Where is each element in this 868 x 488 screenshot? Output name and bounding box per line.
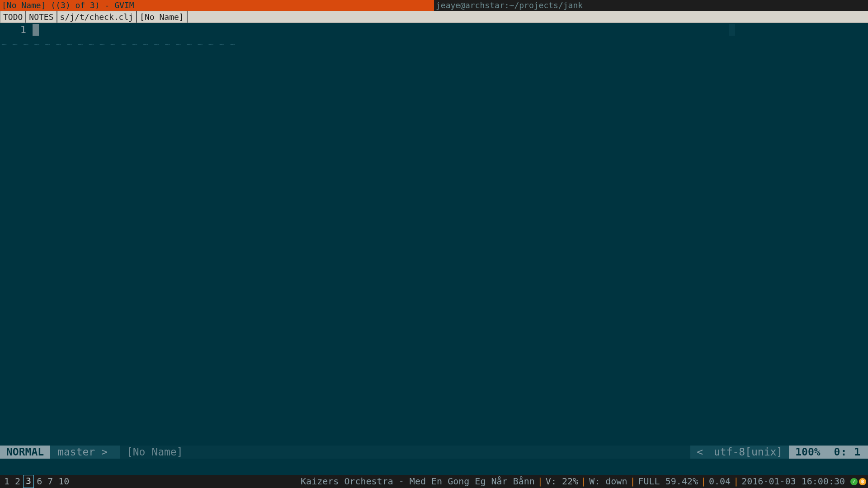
workspace-10[interactable]: 10: [56, 475, 72, 488]
divider-icon: |: [629, 475, 636, 488]
workspace-6[interactable]: 6: [34, 475, 45, 488]
airline-filename: [No Name]: [120, 446, 690, 459]
airline-position: 0: 1: [827, 446, 868, 459]
git-branch: master >: [50, 446, 120, 459]
line-number: 1: [0, 23, 26, 37]
wifi-status: W: down: [587, 475, 629, 488]
bitcoin-icon[interactable]: ฿: [859, 478, 866, 485]
editor[interactable]: 1 ~ ~ ~ ~ ~ ~ ~ ~ ~ ~ ~ ~ ~ ~ ~ ~ ~ ~ ~ …: [0, 23, 868, 446]
tab-notes[interactable]: NOTES: [26, 11, 57, 23]
airline-encoding: < utf-8[unix]: [690, 446, 789, 459]
empty-line-tildes: ~ ~ ~ ~ ~ ~ ~ ~ ~ ~ ~ ~ ~ ~ ~ ~ ~ ~ ~ ~ …: [0, 38, 236, 51]
vim-commandline[interactable]: [0, 459, 868, 475]
color-column: [729, 24, 735, 36]
workspace-7[interactable]: 7: [45, 475, 56, 488]
tab-check-clj[interactable]: s/j/t/check.clj: [57, 11, 137, 23]
divider-icon: |: [700, 475, 707, 488]
encoding-label: utf-8[unix]: [714, 446, 783, 458]
airline-status: NORMAL master > [No Name] < utf-8[unix] …: [0, 446, 868, 459]
wm-title-active[interactable]: [No Name] ((3) of 3) - GVIM: [0, 0, 434, 11]
load-status: 0.04: [707, 475, 732, 488]
now-playing: Kaizers Orchestra - Med En Gong Eg Når B…: [299, 475, 537, 488]
divider-icon: |: [732, 475, 740, 488]
workspace-list: 1236710: [1, 475, 72, 488]
cursor: [33, 24, 39, 36]
airline-percent: 100%: [789, 446, 826, 459]
tab-no-name[interactable]: [No Name]: [137, 11, 188, 23]
datetime: 2016-01-03 16:00:30: [740, 475, 847, 488]
wm-title-inactive[interactable]: jeaye@archstar:~/projects/jank: [434, 0, 868, 11]
volume-status: V: 22%: [544, 475, 580, 488]
separator-right-icon: >: [101, 446, 113, 458]
workspace-1[interactable]: 1: [1, 475, 12, 488]
vim-mode: NORMAL: [0, 446, 50, 459]
wm-bar: [No Name] ((3) of 3) - GVIM jeaye@archst…: [0, 0, 868, 11]
editor-content[interactable]: [33, 23, 868, 446]
workspace-3[interactable]: 3: [23, 475, 34, 488]
git-branch-label: master: [57, 446, 95, 458]
separator-left-icon: <: [697, 446, 708, 458]
gutter: 1: [0, 23, 33, 446]
divider-icon: |: [580, 475, 587, 488]
status-ok-icon[interactable]: ✓: [850, 478, 858, 485]
divider-icon: |: [537, 475, 544, 488]
workspace-2[interactable]: 2: [12, 475, 23, 488]
battery-status: FULL 59.42%: [637, 475, 700, 488]
tray: ✓ ฿: [847, 478, 868, 485]
tab-bar: TODO NOTES s/j/t/check.clj [No Name]: [0, 11, 868, 23]
system-bar: 1236710 Kaizers Orchestra - Med En Gong …: [0, 475, 868, 488]
tab-todo[interactable]: TODO: [0, 11, 26, 23]
